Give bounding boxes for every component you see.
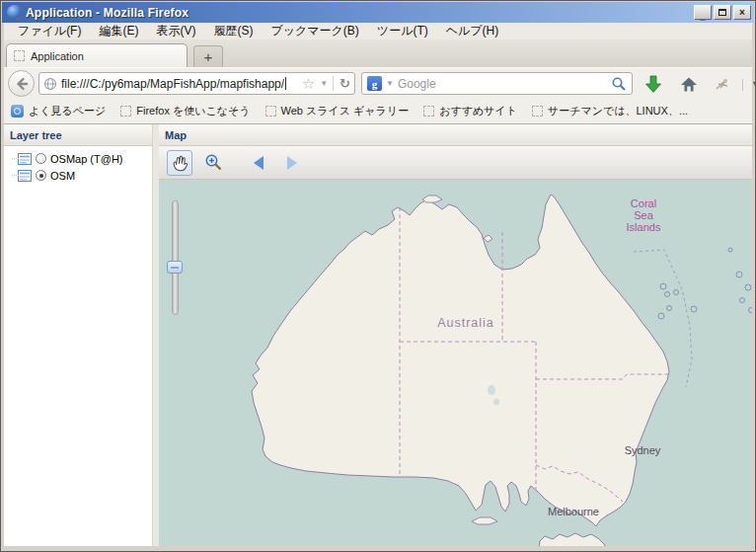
layer-label[interactable]: OSM (50, 170, 75, 182)
bookmark-label: サーチマンでは、LINUX、... (548, 104, 688, 118)
bookmark-suggested-sites[interactable]: おすすめサイト (423, 104, 517, 118)
maximize-icon (718, 9, 726, 16)
kangaroo-island (472, 517, 497, 524)
layer-icon (18, 170, 32, 182)
text-cursor (285, 77, 286, 90)
search-engine-dropdown-icon[interactable]: ▼ (386, 79, 394, 88)
menu-history[interactable]: 履歴(S) (205, 22, 261, 40)
menu-edit[interactable]: 編集(E) (91, 22, 146, 40)
previous-extent-icon (254, 156, 264, 170)
download-button[interactable] (642, 72, 665, 96)
tab-favicon-placeholder-icon (14, 50, 25, 61)
australia-landmass (252, 195, 669, 526)
bookmark-label: よく見るページ (29, 104, 106, 118)
bookmark-label: おすすめサイト (439, 104, 517, 118)
layer-row-osmap[interactable]: OSMap (T@H) (10, 150, 152, 167)
lake-torrens (493, 399, 499, 406)
bookmarks-bar: よく見るページ Firefox を使いこなそう Web スライス ギャラリー お… (4, 98, 752, 124)
openstreetmap-australia (159, 180, 752, 546)
tab-bar: Application + (4, 39, 752, 67)
menu-view[interactable]: 表示(V) (148, 22, 203, 40)
browser-window: Application - Mozilla Firefox _ × ファイル(F… (0, 0, 756, 552)
panel-splitter[interactable] (152, 124, 159, 546)
radio-osmap-unchecked[interactable] (36, 153, 46, 164)
google-engine-icon[interactable]: g (367, 76, 382, 91)
layer-label[interactable]: OSMap (T@H) (50, 153, 123, 165)
window-title: Application - Mozilla Firefox (26, 6, 189, 20)
back-button[interactable] (8, 70, 35, 97)
bookmark-star-icon[interactable]: ☆ (302, 76, 315, 91)
bookmark-label: Web スライス ギャラリー (281, 104, 410, 118)
map-panel: Map (159, 124, 752, 546)
menu-bookmarks[interactable]: ブックマーク(B) (263, 22, 366, 40)
zoom-in-icon (204, 153, 223, 172)
bookmark-searchman[interactable]: サーチマンでは、LINUX、... (532, 104, 688, 118)
pan-tool-button[interactable] (167, 150, 192, 176)
menu-tools[interactable]: ツール(T) (369, 22, 436, 40)
home-icon (680, 76, 698, 93)
new-tab-button[interactable]: + (193, 45, 223, 67)
home-button[interactable] (677, 72, 701, 96)
pan-hand-icon (171, 154, 189, 172)
groote-island (484, 235, 492, 242)
layer-tree-header: Layer tree (4, 124, 152, 146)
zoom-slider-track[interactable] (172, 200, 179, 315)
map-header: Map (159, 124, 752, 146)
bookmark-favicon-placeholder-icon (120, 106, 131, 117)
lake-eyre (488, 385, 495, 395)
layer-tree: OSMap (T@H) OSM (4, 146, 152, 184)
menu-bar: ファイル(F) 編集(E) 表示(V) 履歴(S) ブックマーク(B) ツール(… (4, 23, 752, 39)
navigation-bar: file:///C:/py6map/MapFishApp/mapfishapp/… (4, 67, 752, 98)
toolbar-overflow-icon[interactable]: ▼ (742, 79, 756, 91)
menu-help[interactable]: ヘルプ(H) (438, 22, 507, 40)
maximize-button[interactable] (714, 5, 731, 20)
back-arrow-icon (14, 76, 30, 92)
zoom-tool-button[interactable] (200, 150, 226, 176)
misc-toolbar-button[interactable] (711, 72, 734, 96)
menu-file[interactable]: ファイル(F) (10, 22, 89, 40)
url-bar[interactable]: file:///C:/py6map/MapFishApp/mapfishapp/… (38, 72, 355, 95)
download-arrow-icon (644, 75, 662, 94)
bookmark-favicon-placeholder-icon (423, 106, 434, 117)
globe-icon (43, 77, 57, 91)
most-visited-icon (11, 105, 24, 118)
melville-island (422, 196, 442, 202)
tasmania-landmass (539, 533, 606, 546)
url-text: file:///C:/py6map/MapFishApp/mapfishapp/ (61, 77, 284, 91)
page-content: Layer tree OSMap (T@H) (4, 124, 752, 546)
close-button[interactable]: × (733, 5, 751, 20)
layer-row-osm[interactable]: OSM (10, 167, 152, 184)
misc-toolbar-icon (714, 76, 731, 92)
zoom-slider-thumb[interactable] (167, 261, 183, 274)
bookmark-label: Firefox を使いこなそう (136, 104, 250, 118)
coral-reef-outlines (658, 248, 752, 319)
search-bar[interactable]: g ▼ Google (361, 72, 633, 95)
bookmark-favicon-placeholder-icon (265, 106, 276, 117)
bookmark-web-slice-gallery[interactable]: Web スライス ギャラリー (265, 104, 410, 118)
url-dropdown-icon[interactable]: ▼ (320, 79, 328, 88)
bookmark-getting-started[interactable]: Firefox を使いこなそう (120, 104, 250, 118)
search-placeholder: Google (398, 77, 436, 91)
minimize-button[interactable]: _ (694, 5, 712, 20)
bookmark-favicon-placeholder-icon (532, 106, 543, 117)
layer-icon (18, 153, 32, 165)
history-back-button[interactable] (246, 150, 271, 176)
tab-application[interactable]: Application (6, 43, 188, 67)
firefox-icon (7, 5, 22, 20)
map-viewport[interactable]: Coral Sea Islands Australia Sydney Melbo… (159, 180, 752, 546)
history-forward-button[interactable] (279, 150, 305, 176)
layer-tree-panel: Layer tree OSMap (T@H) (4, 124, 152, 546)
title-bar: Application - Mozilla Firefox _ × (2, 2, 754, 23)
tab-label: Application (31, 50, 84, 62)
map-toolbar (159, 146, 752, 180)
bookmark-most-visited[interactable]: よく見るページ (11, 104, 106, 118)
next-extent-icon (287, 156, 297, 170)
reload-icon[interactable]: ↻ (333, 76, 350, 91)
radio-osm-checked[interactable] (36, 170, 46, 181)
search-icon[interactable] (611, 76, 627, 92)
